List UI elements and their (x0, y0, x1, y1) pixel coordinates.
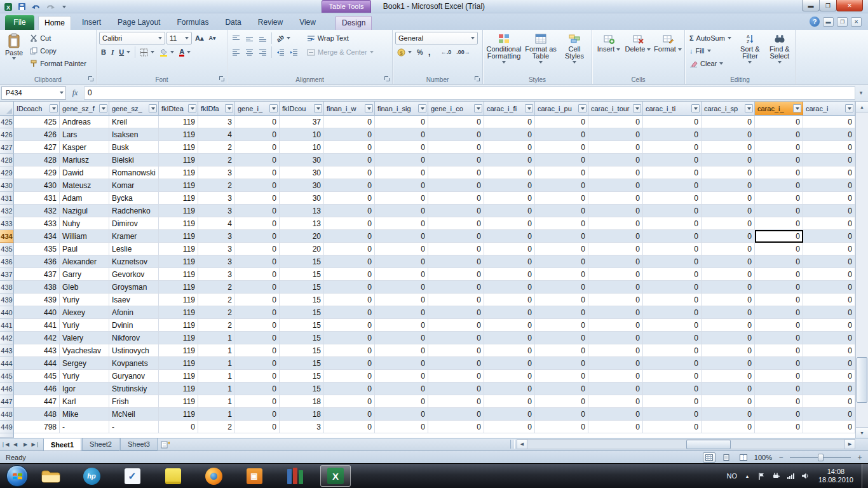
cell[interactable]: 0 (235, 319, 280, 332)
cell[interactable]: 15 (280, 281, 324, 294)
zoom-out-icon[interactable]: − (776, 453, 785, 462)
cell[interactable]: 0 (235, 141, 280, 154)
row-header-448[interactable]: 448 (0, 408, 14, 421)
cell[interactable]: 0 (375, 421, 428, 433)
cell[interactable]: 0 (755, 166, 803, 179)
cell[interactable]: 0 (755, 357, 803, 370)
cell[interactable]: Busk (109, 141, 159, 154)
cell[interactable]: 15 (280, 383, 324, 395)
row-header-440[interactable]: 440 (0, 306, 14, 319)
filter-dropdown-icon[interactable] (99, 104, 107, 112)
cell[interactable]: Kasper (60, 141, 109, 154)
find-select-button[interactable]: Find & Select (766, 32, 793, 65)
cell[interactable]: 0 (428, 179, 484, 192)
cell[interactable]: 0 (702, 306, 755, 319)
minimize-button[interactable]: ▬ (802, 0, 820, 11)
cell[interactable]: 0 (643, 268, 702, 281)
taskbar-app-sticky-notes[interactable] (158, 465, 188, 487)
cell[interactable]: 439 (14, 294, 60, 306)
cell[interactable]: 15 (280, 332, 324, 344)
cell[interactable]: 2 (198, 179, 235, 192)
cell[interactable]: 0 (755, 421, 803, 433)
cell[interactable]: 0 (324, 230, 375, 243)
tab-page-layout[interactable]: Page Layout (112, 16, 166, 30)
cell[interactable]: 0 (702, 395, 755, 408)
column-header-gene-sz-f[interactable]: gene_sz_f (60, 102, 109, 116)
cell[interactable]: 798 (14, 421, 60, 433)
cell[interactable]: 426 (14, 128, 60, 141)
cell[interactable]: 119 (159, 332, 198, 344)
cell[interactable]: 119 (159, 230, 198, 243)
cell[interactable]: 0 (755, 141, 803, 154)
cell[interactable]: 0 (428, 370, 484, 383)
cell[interactable]: 0 (535, 268, 588, 281)
borders-button[interactable] (138, 46, 156, 58)
cell[interactable]: 0 (375, 370, 428, 383)
cell[interactable]: 0 (702, 154, 755, 166)
wrap-text-button[interactable]: Wrap Text (305, 32, 351, 44)
cell[interactable]: 0 (535, 281, 588, 294)
cell[interactable]: 0 (535, 166, 588, 179)
format-cells-button[interactable]: Format (653, 32, 682, 54)
column-header-idcoach[interactable]: IDcoach (14, 102, 60, 116)
cell[interactable]: 0 (803, 344, 855, 357)
cell[interactable]: 0 (588, 166, 643, 179)
cell[interactable]: 119 (159, 281, 198, 294)
cell[interactable]: 0 (428, 357, 484, 370)
cell[interactable]: 0 (235, 281, 280, 294)
sheet-tab-sheet3[interactable]: Sheet3 (120, 438, 158, 451)
italic-button[interactable]: I (109, 46, 116, 58)
cell[interactable]: 0 (643, 383, 702, 395)
cell[interactable]: 0 (324, 268, 375, 281)
cell[interactable]: 0 (803, 205, 855, 217)
cell[interactable]: 0 (324, 141, 375, 154)
cell[interactable]: 0 (324, 154, 375, 166)
filter-dropdown-icon[interactable] (525, 104, 533, 112)
align-middle-icon[interactable] (243, 32, 255, 44)
cell[interactable]: 0 (803, 128, 855, 141)
cell[interactable]: Andreas (60, 116, 109, 128)
cell[interactable]: 0 (643, 344, 702, 357)
cell[interactable]: 0 (375, 268, 428, 281)
cell[interactable]: 0 (535, 179, 588, 192)
cell[interactable]: 1 (198, 383, 235, 395)
select-all-corner[interactable] (0, 102, 14, 116)
row-header-434[interactable]: 434 (0, 230, 14, 243)
cell[interactable]: 0 (484, 179, 535, 192)
cell[interactable]: 0 (755, 217, 803, 230)
cell[interactable]: 0 (375, 154, 428, 166)
cell[interactable]: 0 (535, 370, 588, 383)
row-header-445[interactable]: 445 (0, 370, 14, 383)
cell[interactable]: 2 (198, 154, 235, 166)
cell[interactable]: 0 (484, 166, 535, 179)
cell[interactable]: 10 (280, 141, 324, 154)
cell[interactable]: 0 (755, 192, 803, 205)
cell[interactable]: Valery (60, 332, 109, 344)
taskbar-clock[interactable]: 14:08 18.08.2010 (818, 468, 853, 484)
cell[interactable]: 119 (159, 116, 198, 128)
cell[interactable]: 0 (643, 243, 702, 255)
workbook-restore-icon[interactable]: ❐ (837, 17, 848, 27)
row-header-433[interactable]: 433 (0, 217, 14, 230)
cell[interactable]: 440 (14, 306, 60, 319)
cell[interactable]: 0 (803, 217, 855, 230)
row-header-443[interactable]: 443 (0, 344, 14, 357)
cell[interactable]: 20 (280, 230, 324, 243)
cell[interactable]: Groysman (109, 281, 159, 294)
tab-view[interactable]: View (294, 16, 322, 30)
cell[interactable]: 0 (588, 344, 643, 357)
cell[interactable]: 437 (14, 268, 60, 281)
cell[interactable]: 0 (588, 268, 643, 281)
cell[interactable]: 0 (755, 408, 803, 421)
cell[interactable]: 119 (159, 370, 198, 383)
cell[interactable]: 0 (324, 421, 375, 433)
row-header-439[interactable]: 439 (0, 294, 14, 306)
cell[interactable]: 0 (159, 421, 198, 433)
filter-dropdown-icon[interactable] (314, 104, 322, 112)
cell[interactable]: 0 (803, 166, 855, 179)
row-header-438[interactable]: 438 (0, 281, 14, 294)
cell[interactable]: 0 (588, 370, 643, 383)
cell[interactable]: 0 (643, 205, 702, 217)
cell[interactable]: 0 (643, 166, 702, 179)
cell[interactable]: 15 (280, 294, 324, 306)
